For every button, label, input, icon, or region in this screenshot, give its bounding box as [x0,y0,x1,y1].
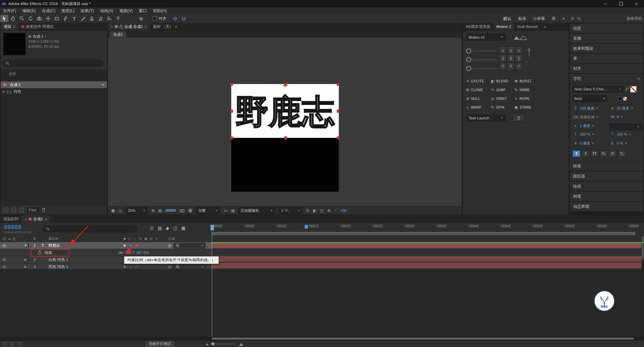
motion-slider-row[interactable] [466,57,497,62]
show-channel-icon[interactable] [188,208,192,213]
vertical-scale-value[interactable]: 100 % [580,132,590,136]
toggle-switches-modes-button[interactable]: 切换开关/模式 [146,341,174,347]
viewer-subtab-comp1[interactable]: 合成1 [110,31,126,38]
brush-tool[interactable] [79,15,87,22]
folder-expand-icon[interactable]: ▶ [3,90,5,93]
small-caps-button[interactable]: Tт [600,150,608,157]
composition-canvas[interactable]: 野鹿志 [231,84,339,192]
workspace-libraries[interactable]: 库 [548,16,559,22]
motion-button-rope[interactable]: ∿ROPE [515,97,530,101]
tab-footage[interactable]: 素材 （无） ≡ [150,23,180,30]
faux-italic-button[interactable]: T [581,150,590,157]
motion-slider-row[interactable] [466,48,497,53]
main-viewer-icon[interactable]: ◫ [118,208,122,213]
timeline-vscrollbar[interactable] [641,235,644,337]
layer-switches[interactable]: ◆ ＼ ／ [123,243,168,248]
timeline-marker[interactable] [305,225,308,229]
always-preview-icon[interactable]: ▦ [111,208,115,213]
tab-motion2[interactable]: Motion 2 [493,23,514,30]
tab-close-icon[interactable]: × [25,217,27,221]
menu-window[interactable]: 窗口 [136,8,150,14]
selection-handle[interactable] [230,83,233,86]
anchor-cell[interactable]: └ [499,63,507,70]
expand-modes-pane-icon[interactable] [17,342,22,346]
selection-handle[interactable] [337,137,340,140]
grid-guides-icon[interactable]: ⊞ [152,208,155,213]
viewer-current-time[interactable]: 00000 [165,208,176,213]
caret-down-icon[interactable]: ▼ [629,133,631,136]
menu-layer[interactable]: 图层(L) [58,8,78,14]
comp-title-caret-icon[interactable]: ▾ [45,34,46,39]
viewer-canvas[interactable]: 野鹿志 [108,38,462,206]
font-family-dropdown[interactable]: Noto Sans S Chin... ▼ [572,86,623,92]
fast-preview-icon[interactable]: ◧ [313,208,316,213]
region-of-interest-icon[interactable]: ▭ [224,208,227,213]
motion-slider-row[interactable] [466,66,497,71]
type-tool[interactable]: T [70,15,78,22]
menu-view[interactable]: 视图(V) [116,8,136,14]
resolution-dropdown[interactable]: 完整 ▼ [196,207,220,214]
workspace-manager-icon[interactable]: ⊞ [568,15,576,22]
snap-toggle[interactable]: 对齐 [153,16,166,21]
tab-duik[interactable]: Duik Bassel [514,23,541,30]
pickwhip-icon[interactable]: ◎ [168,264,171,269]
view-layout-dropdown[interactable]: 1 个.. ▼ [279,207,303,214]
layer1-duration-bar[interactable] [212,243,641,248]
motion-button-null[interactable]: ⊘NULL [466,97,491,101]
clone-stamp-tool[interactable] [88,15,96,22]
anchor-cell[interactable]: ├ [499,54,507,62]
zoom-out-mountain-icon[interactable] [206,343,209,345]
panel-menu-icon[interactable]: ≡ [13,25,15,29]
playhead[interactable] [210,225,214,230]
audio-column-icon[interactable]: ● [8,237,10,241]
mini-flowchart-icon[interactable]: ⊡ [150,226,154,231]
twirl-collapse-icon[interactable]: ▼ [23,244,28,247]
timeline-zoom-slider[interactable] [206,342,243,346]
motion-button-excite[interactable]: ✳EXCITE [466,79,491,83]
snapshot-camera-icon[interactable] [179,208,185,213]
tab-project[interactable]: 项目 ≡ [1,23,18,30]
new-composition-icon[interactable] [19,207,24,213]
panel-menu-icon[interactable]: ≡ [145,25,147,29]
layer-switches[interactable]: ◆ ＼ ／ [123,264,168,269]
scale-value[interactable]: 286.7, 387.5% [125,250,149,255]
all-caps-button[interactable]: TT [591,150,599,157]
stroke-width-value[interactable]: 2 像素 [580,123,590,128]
panel-character[interactable]: 字符 ≡ [570,74,643,83]
layer-row-1[interactable]: ▼ 1 T 野鹿志 ◆ ＼ ／ ◎ 无▼ [0,242,212,249]
caret-down-icon[interactable]: ▼ [596,107,598,110]
project-search-input[interactable] [11,61,101,66]
tab-overflow[interactable]: » [541,23,549,30]
project-bpc[interactable]: 8 bpc [27,207,39,213]
twirl-expand-icon[interactable]: ▶ [23,265,28,268]
tab-render-queue[interactable]: 渲染队列 [0,215,22,223]
panel-menu-icon[interactable]: ≡ [45,217,47,221]
flowchart-icon[interactable]: ⊞ [327,208,330,213]
motion-button-stare[interactable]: ◉STARE [515,105,531,110]
lock-column-icon[interactable] [12,237,15,240]
caret-down-icon[interactable]: ▼ [592,124,594,127]
menu-animation[interactable]: 动画(A) [97,8,116,14]
minimize-button[interactable] [598,0,613,7]
task-launch-dropdown[interactable]: Task Launch ▼ [466,114,506,121]
expand-inout-pane-icon[interactable] [10,342,14,346]
column-name-header[interactable]: 名称 [9,71,16,76]
vertical-slider-icon[interactable] [527,47,531,57]
exposure-value[interactable]: +00 [340,208,347,213]
exposure-dial-icon[interactable]: ◔ [334,208,336,213]
anchor-cell[interactable]: ┼ [507,54,515,62]
layer-name[interactable]: 野鹿志 [48,243,123,248]
workspace-default[interactable]: 默认 [500,16,515,22]
menu-effect[interactable]: 效果(T) [78,8,97,14]
anchor-cell[interactable]: ┬ [507,46,515,54]
layer2-duration-bar[interactable] [212,257,641,262]
caret-down-icon[interactable]: ▼ [592,142,594,145]
timeline-jump-icon[interactable]: ◫ [320,208,323,213]
fill-stroke-swatch[interactable] [630,86,637,92]
scale-property-row[interactable]: 缩放 286.7, 387.5% [0,249,212,256]
panel-paragraph[interactable]: 段落 [570,161,643,171]
pixel-aspect-icon[interactable]: ⊡ [306,208,309,213]
hand-tool[interactable] [9,15,17,22]
motion-button-warp[interactable]: ◇WARP [466,105,491,110]
selection-handle[interactable] [230,110,233,113]
